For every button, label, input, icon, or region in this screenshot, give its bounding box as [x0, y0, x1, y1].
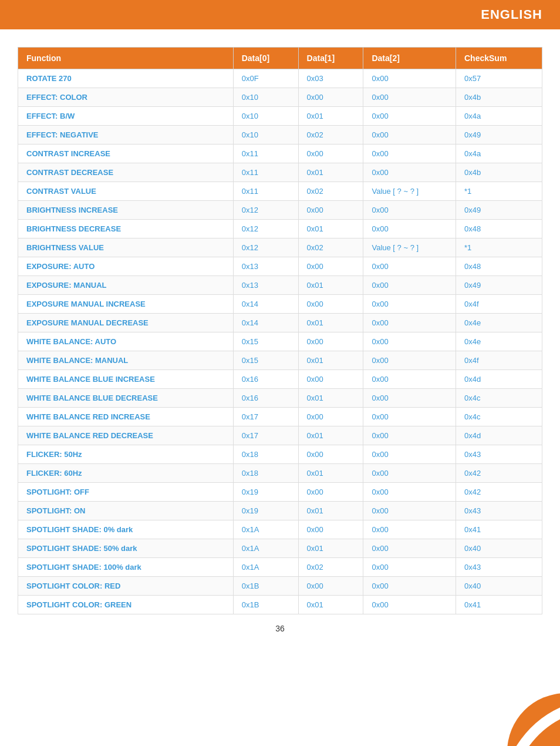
cell-25-4: 0x40	[456, 539, 542, 558]
cell-20-4: 0x43	[456, 445, 542, 464]
cell-12-3: 0x00	[363, 295, 456, 314]
cell-3-2: 0x02	[298, 126, 363, 145]
table-row: FLICKER: 50Hz0x180x000x000x43	[18, 445, 542, 464]
cell-2-3: 0x00	[363, 107, 456, 126]
cell-15-2: 0x01	[298, 351, 363, 370]
table-row: SPOTLIGHT COLOR: RED0x1B0x000x000x40	[18, 577, 542, 596]
cell-8-4: 0x48	[456, 220, 542, 238]
cell-14-3: 0x00	[363, 332, 456, 351]
cell-23-0: SPOTLIGHT: ON	[18, 502, 234, 520]
cell-18-4: 0x4c	[456, 408, 542, 426]
header-title: ENGLISH	[481, 7, 542, 22]
cell-15-4: 0x4f	[456, 351, 542, 370]
table-row: EXPOSURE MANUAL INCREASE0x140x000x000x4f	[18, 295, 542, 314]
cell-6-0: CONTRAST VALUE	[18, 182, 234, 201]
cell-16-3: 0x00	[363, 370, 456, 389]
table-row: WHITE BALANCE: AUTO0x150x000x000x4e	[18, 332, 542, 351]
col-function: Function	[18, 48, 234, 69]
cell-27-0: SPOTLIGHT COLOR: RED	[18, 577, 234, 596]
table-row: SPOTLIGHT COLOR: GREEN0x1B0x010x000x41	[18, 596, 542, 614]
table-row: WHITE BALANCE BLUE DECREASE0x160x010x000…	[18, 389, 542, 408]
cell-6-3: Value [ ? ~ ? ]	[363, 182, 456, 201]
data-table: Function Data[0] Data[1] Data[2] CheckSu…	[18, 47, 542, 614]
cell-0-3: 0x00	[363, 69, 456, 88]
table-row: WHITE BALANCE: MANUAL0x150x010x000x4f	[18, 351, 542, 370]
cell-26-3: 0x00	[363, 558, 456, 577]
cell-11-4: 0x49	[456, 276, 542, 295]
cell-27-2: 0x00	[298, 577, 363, 596]
table-row: FLICKER: 60Hz0x180x010x000x42	[18, 464, 542, 483]
cell-10-4: 0x48	[456, 257, 542, 276]
cell-17-4: 0x4c	[456, 389, 542, 408]
table-row: CONTRAST INCREASE0x110x000x000x4a	[18, 145, 542, 163]
cell-0-4: 0x57	[456, 69, 542, 88]
cell-19-1: 0x17	[233, 426, 298, 445]
cell-12-4: 0x4f	[456, 295, 542, 314]
cell-3-4: 0x49	[456, 126, 542, 145]
table-row: EXPOSURE MANUAL DECREASE0x140x010x000x4e	[18, 314, 542, 332]
table-row: SPOTLIGHT SHADE: 100% dark0x1A0x020x000x…	[18, 558, 542, 577]
cell-13-4: 0x4e	[456, 314, 542, 332]
cell-28-3: 0x00	[363, 596, 456, 614]
cell-25-0: SPOTLIGHT SHADE: 50% dark	[18, 539, 234, 558]
cell-0-2: 0x03	[298, 69, 363, 88]
cell-1-0: EFFECT: COLOR	[18, 88, 234, 107]
cell-4-1: 0x11	[233, 145, 298, 163]
table-row: EXPOSURE: MANUAL0x130x010x000x49	[18, 276, 542, 295]
cell-5-0: CONTRAST DECREASE	[18, 163, 234, 182]
cell-18-2: 0x00	[298, 408, 363, 426]
cell-5-1: 0x11	[233, 163, 298, 182]
cell-1-1: 0x10	[233, 88, 298, 107]
cell-4-4: 0x4a	[456, 145, 542, 163]
cell-20-0: FLICKER: 50Hz	[18, 445, 234, 464]
cell-16-0: WHITE BALANCE BLUE INCREASE	[18, 370, 234, 389]
cell-8-1: 0x12	[233, 220, 298, 238]
cell-21-1: 0x18	[233, 464, 298, 483]
table-row: SPOTLIGHT SHADE: 0% dark0x1A0x000x000x41	[18, 520, 542, 539]
table-row: BRIGHTNESS INCREASE0x120x000x000x49	[18, 201, 542, 220]
cell-17-3: 0x00	[363, 389, 456, 408]
cell-8-0: BRIGHTNESS DECREASE	[18, 220, 234, 238]
table-row: CONTRAST VALUE0x110x02Value [ ? ~ ? ]*1	[18, 182, 542, 201]
cell-6-2: 0x02	[298, 182, 363, 201]
footer-logo	[507, 693, 560, 746]
cell-10-0: EXPOSURE: AUTO	[18, 257, 234, 276]
cell-28-1: 0x1B	[233, 596, 298, 614]
cell-24-1: 0x1A	[233, 520, 298, 539]
cell-26-1: 0x1A	[233, 558, 298, 577]
cell-10-1: 0x13	[233, 257, 298, 276]
col-data1: Data[1]	[298, 48, 363, 69]
cell-25-1: 0x1A	[233, 539, 298, 558]
table-row: WHITE BALANCE RED INCREASE0x170x000x000x…	[18, 408, 542, 426]
cell-14-2: 0x00	[298, 332, 363, 351]
cell-6-4: *1	[456, 182, 542, 201]
cell-21-2: 0x01	[298, 464, 363, 483]
table-row: BRIGHTNESS DECREASE0x120x010x000x48	[18, 220, 542, 238]
cell-28-4: 0x41	[456, 596, 542, 614]
cell-2-0: EFFECT: B/W	[18, 107, 234, 126]
cell-28-0: SPOTLIGHT COLOR: GREEN	[18, 596, 234, 614]
cell-17-2: 0x01	[298, 389, 363, 408]
cell-9-0: BRIGHTNESS VALUE	[18, 238, 234, 257]
cell-22-0: SPOTLIGHT: OFF	[18, 483, 234, 502]
header-bar: ENGLISH	[0, 0, 560, 29]
cell-3-1: 0x10	[233, 126, 298, 145]
cell-23-1: 0x19	[233, 502, 298, 520]
cell-4-2: 0x00	[298, 145, 363, 163]
cell-16-1: 0x16	[233, 370, 298, 389]
cell-22-4: 0x42	[456, 483, 542, 502]
cell-5-2: 0x01	[298, 163, 363, 182]
cell-8-2: 0x01	[298, 220, 363, 238]
cell-18-0: WHITE BALANCE RED INCREASE	[18, 408, 234, 426]
cell-9-2: 0x02	[298, 238, 363, 257]
cell-8-3: 0x00	[363, 220, 456, 238]
cell-26-2: 0x02	[298, 558, 363, 577]
cell-1-2: 0x00	[298, 88, 363, 107]
cell-7-4: 0x49	[456, 201, 542, 220]
cell-5-4: 0x4b	[456, 163, 542, 182]
cell-7-0: BRIGHTNESS INCREASE	[18, 201, 234, 220]
cell-12-1: 0x14	[233, 295, 298, 314]
cell-19-4: 0x4d	[456, 426, 542, 445]
cell-14-1: 0x15	[233, 332, 298, 351]
cell-23-2: 0x01	[298, 502, 363, 520]
